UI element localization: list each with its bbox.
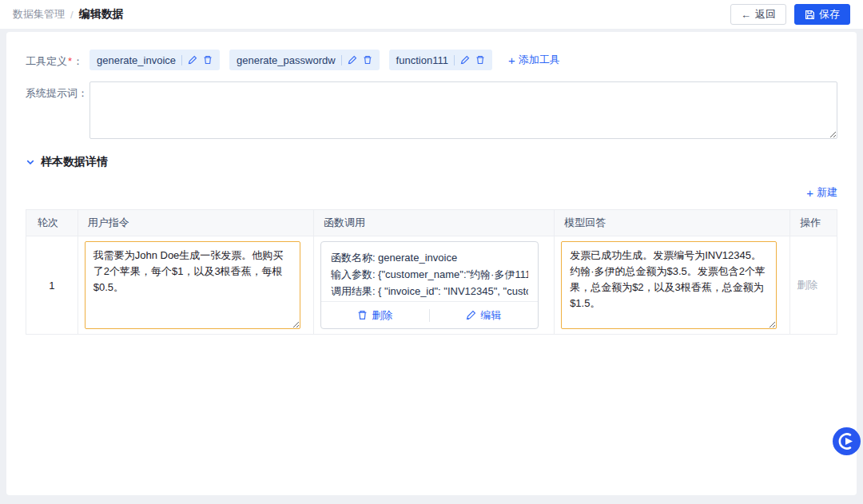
function-call-footer: 删除 编辑 [321, 301, 538, 328]
system-prompt-textarea[interactable] [89, 81, 837, 139]
column-header-model-answer: 模型回答 [555, 210, 790, 236]
delete-trash-icon[interactable] [203, 55, 213, 65]
function-name-line: 函数名称: generate_invoice [331, 249, 528, 266]
function-result-line: 调用结果: { "invoice_id": "INV12345", "custo… [331, 283, 528, 300]
table-row: 1 我需要为John Doe生成一张发票。他购买了2个苹果，每个$1，以及3根香… [26, 236, 837, 335]
edit-pencil-icon[interactable] [460, 55, 470, 65]
save-button[interactable]: 保存 [794, 4, 850, 25]
back-button-label: 返回 [755, 7, 776, 22]
function-call-body: 函数名称: generate_invoice 输入参数: {"customer_… [321, 242, 538, 301]
tool-definition-row: 工具定义*： generate_invoice generate_pas [26, 50, 837, 70]
tag-divider [454, 55, 455, 65]
edit-pencil-icon[interactable] [348, 55, 357, 65]
tool-definition-label-text: 工具定义 [26, 55, 67, 67]
row-delete-button[interactable]: 删除 [797, 279, 817, 291]
required-asterisk: * [68, 55, 72, 67]
tool-tag-generate-invoice: generate_invoice [89, 50, 220, 70]
tool-tag-generate-passwordw: generate_passwordw [229, 50, 380, 70]
tool-tag-list: generate_invoice generate_passwordw [89, 50, 560, 70]
edit-pencil-icon[interactable] [188, 55, 197, 65]
add-tool-label: 添加工具 [519, 53, 560, 67]
table-header-row: 轮次 用户指令 函数调用 模型回答 操作 [26, 210, 837, 236]
function-call-cell: 函数名称: generate_invoice 输入参数: {"customer_… [313, 236, 554, 335]
breadcrumb: 数据集管理 / 编辑数据 [13, 7, 124, 22]
save-icon [805, 10, 815, 20]
trash-icon [357, 310, 368, 320]
back-button[interactable]: ← 返回 [730, 4, 786, 25]
edit-data-card: 工具定义*： generate_invoice generate_pas [6, 32, 857, 495]
back-arrow-icon: ← [741, 9, 751, 21]
plus-icon: + [508, 54, 515, 66]
chevron-down-icon [26, 157, 35, 167]
tool-tag-label: generate_passwordw [237, 54, 336, 66]
function-delete-button[interactable]: 删除 [321, 308, 429, 323]
operation-cell: 删除 [790, 236, 837, 335]
function-edit-button[interactable]: 编辑 [430, 308, 538, 323]
user-instruction-cell: 我需要为John Doe生成一张发票。他购买了2个苹果，每个$1，以及3根香蕉，… [78, 236, 313, 335]
tool-definition-colon: ： [73, 55, 83, 67]
function-params-line: 输入参数: {"customer_name":"约翰·多伊111222","i.… [331, 266, 528, 283]
sample-data-section-header[interactable]: 样本数据详情 [26, 155, 837, 169]
add-tool-button[interactable]: + 添加工具 [508, 53, 560, 67]
tool-tag-function111: function111 [389, 50, 492, 70]
breadcrumb-dataset-management[interactable]: 数据集管理 [13, 7, 65, 22]
header-actions: ← 返回 保存 [730, 4, 850, 25]
round-number-cell: 1 [26, 236, 78, 335]
new-round-button[interactable]: + 新建 [806, 185, 837, 200]
function-call-card: 函数名称: generate_invoice 输入参数: {"customer_… [320, 241, 539, 329]
model-answer-cell: 发票已成功生成。发票编号为INV12345。约翰·多伊的总金额为$3.5。发票包… [555, 236, 790, 335]
function-edit-label: 编辑 [480, 308, 501, 323]
column-header-user-instruction: 用户指令 [78, 210, 313, 236]
sample-data-table: 轮次 用户指令 函数调用 模型回答 操作 1 我需要为John Doe生成一张发… [26, 209, 837, 335]
assistant-logo-icon [832, 427, 861, 456]
function-delete-label: 删除 [372, 308, 392, 323]
new-round-label: 新建 [817, 185, 837, 200]
breadcrumb-edit-data: 编辑数据 [79, 7, 124, 22]
top-header-bar: 数据集管理 / 编辑数据 ← 返回 保存 [0, 0, 863, 29]
table-toolbar: + 新建 [26, 185, 837, 200]
column-header-round: 轮次 [26, 210, 78, 236]
tool-tag-label: generate_invoice [97, 54, 176, 66]
tag-divider [181, 55, 182, 65]
delete-trash-icon[interactable] [475, 55, 485, 65]
model-answer-textarea[interactable]: 发票已成功生成。发票编号为INV12345。约翰·多伊的总金额为$3.5。发票包… [561, 241, 777, 329]
sample-data-section-title: 样本数据详情 [41, 155, 108, 169]
plus-icon: + [806, 187, 813, 199]
save-button-label: 保存 [819, 7, 840, 22]
floating-assistant-button[interactable] [832, 427, 861, 456]
user-instruction-textarea[interactable]: 我需要为John Doe生成一张发票。他购买了2个苹果，每个$1，以及3根香蕉，… [85, 241, 300, 329]
delete-trash-icon[interactable] [363, 55, 372, 65]
tool-tag-label: function111 [396, 54, 448, 66]
tool-definition-label: 工具定义*： [26, 50, 89, 70]
system-prompt-label: 系统提示词： [26, 81, 89, 139]
breadcrumb-separator: / [70, 9, 74, 21]
tag-divider [341, 55, 342, 65]
system-prompt-row: 系统提示词： [26, 81, 837, 139]
column-header-function-call: 函数调用 [313, 210, 554, 236]
pencil-icon [466, 310, 476, 320]
column-header-operation: 操作 [790, 210, 837, 236]
